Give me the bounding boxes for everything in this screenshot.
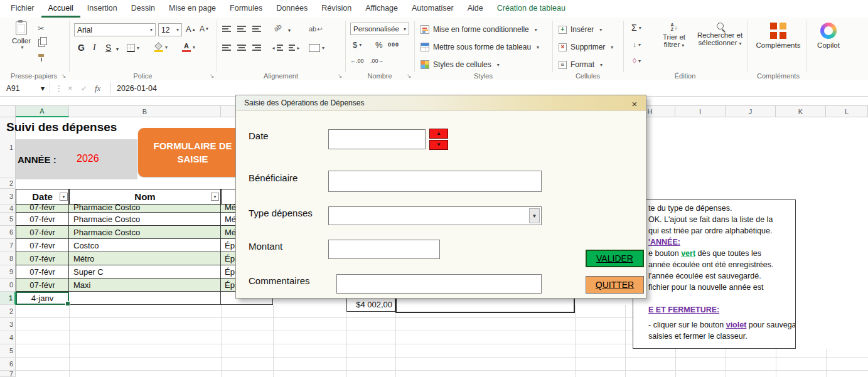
sort-filter-button[interactable]: AZ ↓ Trier et filtrer▾ <box>656 23 692 48</box>
date-filter-button[interactable]: ▼ <box>60 193 68 201</box>
paste-button[interactable]: Coller ▾ <box>8 21 35 50</box>
table-cell-date[interactable]: 07-févr <box>16 252 69 265</box>
table-cell-name[interactable]: Métro <box>69 252 221 265</box>
table-cell-name[interactable]: Costco <box>69 239 221 252</box>
expense-type-combo[interactable]: ▼ <box>328 206 542 225</box>
column-header-A[interactable]: A <box>16 105 69 117</box>
row-header[interactable]: 2 <box>0 305 16 318</box>
underline-dropdown[interactable]: ▾ <box>116 46 119 52</box>
font-color-button[interactable]: A▾ <box>182 42 195 52</box>
open-form-button[interactable]: FORMULAIRE DE SAISIE <box>138 128 247 177</box>
row-header[interactable]: 8 <box>0 252 16 265</box>
table-cell-name[interactable]: Maxi <box>69 279 221 292</box>
row-header[interactable]: 6 <box>0 358 16 371</box>
amount-input[interactable] <box>328 240 440 259</box>
total-cell[interactable]: $4 002,00 <box>346 297 395 312</box>
table-header-name[interactable]: Nom <box>69 189 221 204</box>
orientation-dropdown[interactable]: ▾ <box>288 28 291 33</box>
fill-color-button[interactable]: ▾ <box>154 43 168 52</box>
row-header[interactable]: 4 <box>0 204 16 213</box>
format-painter-button[interactable] <box>38 54 45 61</box>
row-header[interactable]: 5 <box>0 213 16 226</box>
tab-creation-de-tableau[interactable]: Création de tableau <box>490 1 572 18</box>
row-header[interactable]: 7 <box>0 371 16 377</box>
tab-dessin[interactable]: Dessin <box>124 1 162 18</box>
comments-input[interactable] <box>336 274 542 294</box>
insert-function-button[interactable]: fx <box>95 80 100 96</box>
row-header[interactable]: 0 <box>0 279 16 292</box>
copy-button[interactable] <box>38 39 45 47</box>
formula-bar-value[interactable]: 2026-01-04 <box>117 80 157 96</box>
increase-indent-button[interactable]: ► <box>289 44 301 51</box>
column-header-J[interactable]: J <box>726 105 776 117</box>
row-header-active[interactable]: 1 <box>0 292 16 305</box>
column-header-I[interactable]: I <box>675 105 726 117</box>
decrease-font-button[interactable]: A▼ <box>200 24 209 33</box>
formula-bar-dots[interactable]: ⋮ <box>55 80 63 96</box>
format-cells-button[interactable]: ≡ Format ▾ <box>559 60 603 69</box>
font-name-combo[interactable]: Arial ▾ <box>74 23 156 36</box>
table-cell-date[interactable]: 07-févr <box>16 226 69 239</box>
wrap-text-button[interactable]: ab↩ <box>309 25 323 33</box>
tab-automatiser[interactable]: Automatiser <box>405 1 461 18</box>
column-header-K[interactable]: K <box>776 105 826 117</box>
row-header[interactable]: 3 <box>0 189 16 204</box>
table-cell-name[interactable] <box>69 292 221 305</box>
decrease-decimal-button[interactable]: .00→ <box>370 58 384 64</box>
tab-insertion[interactable]: Insertion <box>80 1 124 18</box>
align-center-button[interactable] <box>237 44 246 51</box>
autosum-button[interactable]: Σ ▾ <box>631 23 641 33</box>
table-cell-date[interactable]: 07-févr <box>16 279 69 292</box>
table-cell-date[interactable]: 07-févr <box>16 239 69 252</box>
row-header[interactable]: 6 <box>0 226 16 239</box>
number-dialog-launcher[interactable]: ↘ <box>407 73 412 79</box>
fill-button[interactable]: ↓ ▾ <box>633 40 641 49</box>
validate-button[interactable]: VALIDER <box>586 250 644 267</box>
align-bottom-button[interactable] <box>252 25 261 33</box>
alignment-dialog-launcher[interactable]: ↘ <box>338 73 343 79</box>
tab-aide[interactable]: Aide <box>461 1 490 18</box>
spin-up-button[interactable]: ▲ <box>429 129 448 139</box>
active-cell-selection-border[interactable] <box>16 292 69 305</box>
cell-styles-button[interactable]: Styles de cellules ▾ <box>421 60 500 69</box>
tab-mise-en-page[interactable]: Mise en page <box>162 1 223 18</box>
font-dialog-launcher[interactable]: ↘ <box>210 73 215 79</box>
tab-formules[interactable]: Formules <box>223 1 269 18</box>
align-middle-button[interactable] <box>237 25 246 33</box>
table-cell-name[interactable]: Super C <box>69 265 221 279</box>
column-header-L[interactable]: L <box>826 105 868 117</box>
align-left-button[interactable] <box>222 44 231 51</box>
thousands-format-button[interactable]: 000 <box>388 41 399 48</box>
table-cell-name[interactable]: Pharmacie Costco <box>69 204 221 213</box>
close-icon[interactable]: × <box>628 97 641 110</box>
decrease-indent-button[interactable]: ◄ <box>271 44 283 51</box>
confirm-entry-button[interactable]: ✓ <box>81 80 87 96</box>
align-right-button[interactable] <box>252 44 261 51</box>
dialog-title-bar[interactable]: Saisie des Opérations de Dépenses <box>236 95 646 111</box>
table-cell-date[interactable]: 07-févr <box>16 265 69 279</box>
combo-dropdown-button[interactable]: ▼ <box>529 208 540 223</box>
table-cell-date[interactable]: 07-févr <box>16 213 69 226</box>
row-header[interactable]: 4 <box>0 331 16 344</box>
row-header[interactable]: 2 <box>0 178 16 189</box>
increase-font-button[interactable]: A▲ <box>186 24 196 34</box>
select-all-corner[interactable] <box>0 105 16 117</box>
clipboard-dialog-launcher[interactable]: ↘ <box>62 73 67 79</box>
underline-button[interactable]: S <box>105 43 111 53</box>
increase-decimal-button[interactable]: ←.00 <box>350 58 364 64</box>
bold-button[interactable]: G <box>78 43 85 53</box>
name-filter-button[interactable]: ▼ <box>211 193 219 201</box>
row-header[interactable]: 3 <box>0 318 16 331</box>
column-header-B[interactable]: B <box>69 105 221 117</box>
italic-button[interactable]: I <box>93 43 96 53</box>
tab-affichage[interactable]: Affichage <box>358 1 405 18</box>
date-input[interactable] <box>328 129 426 149</box>
find-select-button[interactable]: Rechercher et sélectionner▾ <box>694 23 746 46</box>
name-box-dropdown[interactable]: ▾ <box>41 80 45 96</box>
table-cell-name[interactable]: Pharmacie Costco <box>69 226 221 239</box>
merge-center-button[interactable]: ▾ <box>309 44 324 52</box>
table-cell-name[interactable]: Pharmacie Costco <box>69 213 221 226</box>
cancel-entry-button[interactable]: × <box>68 80 73 96</box>
delete-cells-button[interactable]: × Supprimer ▾ <box>559 43 613 51</box>
row-header[interactable]: 9 <box>0 265 16 279</box>
